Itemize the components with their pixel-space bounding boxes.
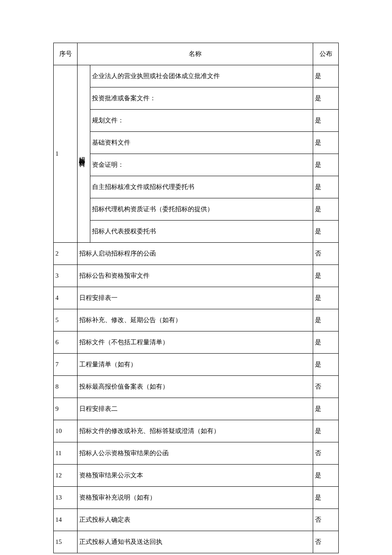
cell-seq: 3 — [54, 265, 78, 287]
table-row: 6 招标文件（不包括工程量清单） 是 — [54, 331, 339, 354]
cell-name: 投资批准或备案文件： — [90, 87, 313, 110]
cell-seq: 7 — [54, 354, 78, 376]
cell-name: 正式投标人确定表 — [78, 509, 313, 531]
cell-pub: 是 — [313, 132, 339, 154]
cell-name: 日程安排表二 — [78, 398, 313, 420]
cell-name: 基础资料文件 — [90, 132, 313, 154]
cell-name: 正式投标人通知书及送达回执 — [78, 531, 313, 553]
header-seq: 序号 — [54, 43, 78, 65]
cell-seq: 14 — [54, 509, 78, 531]
cell-seq: 11 — [54, 442, 78, 465]
table-row: 10 招标文件的修改或补充、招标答疑或澄清（如有） 是 — [54, 420, 339, 442]
cell-pub: 是 — [313, 265, 339, 287]
cell-name: 资金证明： — [90, 154, 313, 176]
table-row: 13 资格预审补充说明（如有） 是 — [54, 487, 339, 509]
cell-seq: 4 — [54, 287, 78, 309]
category-label: 招标条件资料 — [78, 151, 86, 157]
table-row: 7 工程量清单（如有） 是 — [54, 354, 339, 376]
table-row: 9 日程安排表二 是 — [54, 398, 339, 420]
cell-pub: 是 — [313, 221, 339, 243]
cell-pub: 是 — [313, 287, 339, 309]
table-row: 基础资料文件 是 — [54, 132, 339, 154]
table-header-row: 序号 名称 公布 — [54, 43, 339, 65]
cell-name: 招标文件的修改或补充、招标答疑或澄清（如有） — [78, 420, 313, 442]
cell-seq: 15 — [54, 531, 78, 553]
cell-name: 招标公告和资格预审文件 — [78, 265, 313, 287]
cell-name: 招标代理机构资质证书（委托招标的提供） — [90, 198, 313, 221]
table-row: 资金证明： 是 — [54, 154, 339, 176]
cell-name: 工程量清单（如有） — [78, 354, 313, 376]
cell-category: 招标条件资料 — [78, 65, 90, 243]
cell-name: 招标人启动招标程序的公函 — [78, 243, 313, 265]
table-row: 12 资格预审结果公示文本 是 — [54, 465, 339, 487]
cell-pub: 是 — [313, 420, 339, 442]
cell-seq: 5 — [54, 309, 78, 331]
cell-pub: 否 — [313, 509, 339, 531]
table-row: 14 正式投标人确定表 否 — [54, 509, 339, 531]
cell-seq: 10 — [54, 420, 78, 442]
cell-name: 招标文件（不包括工程量清单） — [78, 331, 313, 354]
cell-pub: 是 — [313, 176, 339, 198]
table-row: 15 正式投标人通知书及送达回执 否 — [54, 531, 339, 553]
cell-pub: 否 — [313, 243, 339, 265]
cell-pub: 是 — [313, 487, 339, 509]
cell-pub: 是 — [313, 198, 339, 221]
cell-seq: 12 — [54, 465, 78, 487]
bidding-documents-table: 序号 名称 公布 1 招标条件资料 企业法人的营业执照或社会团体成立批准文件 是… — [53, 43, 339, 553]
cell-pub: 是 — [313, 110, 339, 132]
table-row: 3 招标公告和资格预审文件 是 — [54, 265, 339, 287]
cell-name: 投标最高报价值备案表（如有） — [78, 376, 313, 398]
table-row: 5 招标补充、修改、延期公告（如有） 是 — [54, 309, 339, 331]
cell-pub: 否 — [313, 442, 339, 465]
table-row: 招标代理机构资质证书（委托招标的提供） 是 — [54, 198, 339, 221]
cell-name: 招标人代表授权委托书 — [90, 221, 313, 243]
cell-name: 招标补充、修改、延期公告（如有） — [78, 309, 313, 331]
cell-name: 招标人公示资格预审结果的公函 — [78, 442, 313, 465]
table-row: 2 招标人启动招标程序的公函 否 — [54, 243, 339, 265]
cell-seq: 1 — [54, 65, 78, 243]
cell-pub: 是 — [313, 331, 339, 354]
table-row: 1 招标条件资料 企业法人的营业执照或社会团体成立批准文件 是 — [54, 65, 339, 87]
cell-pub: 否 — [313, 531, 339, 553]
table-row: 投资批准或备案文件： 是 — [54, 87, 339, 110]
cell-name: 资格预审补充说明（如有） — [78, 487, 313, 509]
cell-seq: 8 — [54, 376, 78, 398]
cell-pub: 是 — [313, 465, 339, 487]
cell-seq: 13 — [54, 487, 78, 509]
table-row: 规划文件： 是 — [54, 110, 339, 132]
cell-pub: 否 — [313, 376, 339, 398]
header-pub: 公布 — [313, 43, 339, 65]
cell-seq: 9 — [54, 398, 78, 420]
cell-name: 资格预审结果公示文本 — [78, 465, 313, 487]
cell-name: 日程安排表一 — [78, 287, 313, 309]
cell-pub: 是 — [313, 154, 339, 176]
table-row: 8 投标最高报价值备案表（如有） 否 — [54, 376, 339, 398]
cell-name: 企业法人的营业执照或社会团体成立批准文件 — [90, 65, 313, 87]
table-row: 4 日程安排表一 是 — [54, 287, 339, 309]
cell-pub: 是 — [313, 65, 339, 87]
cell-name: 自主招标核准文件或招标代理委托书 — [90, 176, 313, 198]
cell-pub: 是 — [313, 398, 339, 420]
cell-name: 规划文件： — [90, 110, 313, 132]
table-row: 招标人代表授权委托书 是 — [54, 221, 339, 243]
cell-seq: 6 — [54, 331, 78, 354]
table-row: 11 招标人公示资格预审结果的公函 否 — [54, 442, 339, 465]
header-name: 名称 — [78, 43, 313, 65]
cell-pub: 是 — [313, 309, 339, 331]
cell-pub: 是 — [313, 87, 339, 110]
table-row: 自主招标核准文件或招标代理委托书 是 — [54, 176, 339, 198]
cell-seq: 2 — [54, 243, 78, 265]
cell-pub: 是 — [313, 354, 339, 376]
